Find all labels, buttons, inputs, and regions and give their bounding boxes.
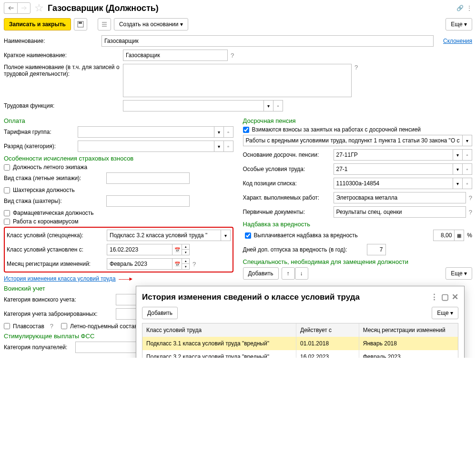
calc-icon[interactable]: ▦ (455, 230, 464, 241)
harm-checkbox[interactable] (245, 232, 251, 239)
tariff-input[interactable] (78, 126, 214, 138)
pension-checkbox[interactable] (243, 127, 249, 133)
rank-input[interactable] (78, 141, 214, 152)
history-link[interactable]: История изменения класса условий труда (4, 275, 116, 282)
reg-month-label: Месяц регистрации изменений: (7, 261, 107, 267)
fss-cat-label: Категория получателей: (4, 344, 75, 351)
table-row[interactable]: Подкласс 3.1 класса условий труда "вредн… (142, 337, 458, 350)
mine-stage-input[interactable] (106, 195, 190, 207)
cond-label: Особые условия труда: (243, 166, 334, 172)
dialog-kebab-icon[interactable]: ⋮ (430, 292, 438, 302)
dialog-close-icon[interactable]: ✕ (452, 292, 458, 302)
spin-down[interactable]: ▾ (182, 264, 190, 270)
section-pension: Досрочная пенсия (243, 117, 473, 124)
attach-icon[interactable]: 🔗 (456, 5, 464, 11)
navy-checkbox[interactable] (4, 323, 10, 329)
help-icon[interactable]: ? (469, 194, 472, 202)
pension-type-input[interactable] (243, 135, 463, 146)
class-input[interactable] (107, 230, 221, 241)
spin-down[interactable]: ▾ (182, 250, 190, 255)
pharm-checkbox[interactable] (4, 210, 10, 216)
class-date-label: Класс условий установлен с: (7, 246, 107, 253)
nav-back-button[interactable]: 🡠 (4, 2, 17, 14)
air-crew-checkbox[interactable] (4, 164, 10, 171)
pension-checkbox-label: Взимаются взносы за занятых на работах с… (252, 126, 421, 133)
th-class[interactable]: Класс условий труда (142, 323, 296, 337)
air-crew-label: Должность летного экипажа (13, 164, 87, 171)
favorite-star-icon[interactable]: ☆ (34, 2, 44, 14)
work-input[interactable] (334, 192, 466, 203)
help-icon[interactable]: ? (469, 209, 472, 216)
create-based-button[interactable]: Создать на основании ▾ (114, 18, 188, 30)
open-icon[interactable]: ▫ (463, 149, 472, 161)
spin-up[interactable]: ▴ (182, 258, 190, 264)
docs-input[interactable] (334, 206, 466, 218)
air-stage-label: Вид стажа (летные экипажи): (4, 175, 106, 182)
dialog-add-button[interactable]: Добавить (142, 307, 178, 319)
reg-month-input[interactable] (107, 258, 172, 270)
open-icon[interactable]: ▫ (463, 178, 472, 189)
harm-bonus-input[interactable] (433, 230, 455, 241)
declension-link[interactable]: Склонения (443, 38, 472, 44)
move-up-button[interactable]: ↑ (282, 267, 295, 280)
table-row[interactable]: Подкласс 3.2 класса условий труда "вредн… (142, 350, 458, 358)
open-icon[interactable]: ▫ (273, 100, 283, 111)
spec-more-button[interactable]: Еще ▾ (446, 267, 472, 280)
open-icon[interactable]: ▫ (224, 141, 233, 152)
mine-checkbox[interactable] (4, 187, 10, 193)
th-month[interactable]: Месяц регистрации изменений (359, 323, 458, 337)
work-label: Характ. выполняемых работ: (243, 194, 334, 201)
save-close-button[interactable]: Записать и закрыть (4, 18, 71, 30)
dialog-maximize-icon[interactable]: ▢ (441, 292, 449, 302)
help-icon[interactable]: ? (354, 64, 358, 71)
page-title: Газосварщик (Должность) (48, 3, 159, 13)
dropdown-icon[interactable]: ▾ (214, 141, 224, 152)
basis-input[interactable] (334, 149, 454, 161)
covid-checkbox[interactable] (4, 219, 10, 225)
calendar-icon[interactable]: 📅 (172, 244, 182, 255)
move-down-button[interactable]: ↓ (295, 267, 308, 280)
dropdown-icon[interactable]: ▾ (214, 126, 224, 138)
help-icon[interactable]: ? (231, 52, 234, 59)
open-icon[interactable]: ▫ (463, 163, 472, 175)
class-date-input[interactable] (107, 244, 172, 255)
air-lift-label: Летно-подъемный состав (70, 323, 138, 330)
dropdown-icon[interactable]: ▾ (453, 149, 463, 161)
th-date[interactable]: Действует с (296, 323, 359, 337)
air-lift-checkbox[interactable] (61, 323, 67, 329)
harm-checkbox-label: Выплачивается надбавка за вредность (254, 232, 434, 239)
docs-label: Первичные документы: (243, 209, 334, 215)
mil-cat-label: Категория воинского учета: (4, 296, 116, 303)
more-button[interactable]: Еще ▾ (446, 18, 472, 30)
mine-label: Шахтерская должность (13, 187, 75, 193)
calendar-icon[interactable]: 📅 (172, 258, 182, 270)
dialog-more-button[interactable]: Еще ▾ (432, 307, 458, 319)
kebab-icon[interactable]: ⋮ (466, 5, 472, 11)
nav-fwd-button[interactable]: 🡢 (17, 2, 30, 14)
name-input[interactable] (101, 35, 434, 47)
spec-add-button[interactable]: Добавить (243, 267, 279, 280)
list-button[interactable] (98, 18, 111, 30)
full-name-input[interactable] (123, 64, 352, 97)
open-icon[interactable]: ▫ (224, 126, 233, 138)
full-name-label: Полное наименование (в т.ч. для записей … (4, 64, 123, 77)
dropdown-icon[interactable]: ▾ (221, 230, 231, 241)
air-stage-input[interactable] (106, 172, 190, 184)
save-button[interactable] (74, 18, 87, 30)
short-name-input[interactable] (123, 50, 228, 61)
vac-input[interactable] (367, 244, 386, 255)
code-input[interactable] (334, 178, 454, 189)
titlebar: 🡠 🡢 ☆ Газосварщик (Должность) 🔗⋮ (4, 2, 472, 14)
function-label: Трудовая функция: (4, 102, 123, 109)
dropdown-icon[interactable]: ▾ (453, 178, 463, 189)
help-icon[interactable]: ? (50, 323, 53, 330)
dropdown-icon[interactable]: ▾ (463, 135, 472, 146)
dropdown-icon[interactable]: ▾ (264, 100, 273, 111)
arrow-icon: - - - - - - - -► (119, 276, 133, 282)
help-icon[interactable]: ? (192, 261, 196, 268)
tariff-label: Тарифная группа: (4, 129, 78, 135)
cond-input[interactable] (334, 163, 454, 175)
dropdown-icon[interactable]: ▾ (453, 163, 463, 175)
spin-up[interactable]: ▴ (182, 244, 190, 250)
function-input[interactable] (123, 100, 264, 111)
